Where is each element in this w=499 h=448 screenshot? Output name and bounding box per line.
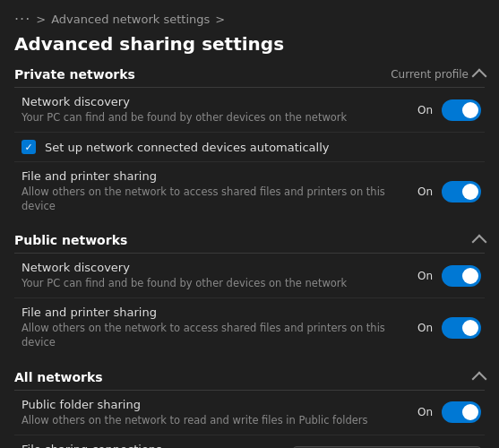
setting-text: Network discovery Your PC can find and b… (22, 95, 403, 125)
toggle-wrapper: On (417, 181, 481, 202)
toggle-label: On (417, 270, 433, 282)
breadcrumb-nav[interactable]: Advanced network settings (51, 13, 210, 26)
toggle-label: On (417, 322, 433, 334)
setting-public-folder: Public folder sharing Allow others on th… (14, 391, 485, 435)
checkbox-label: Set up network connected devices automat… (45, 141, 329, 154)
checkmark-icon: ✓ (24, 142, 32, 152)
section-private-header: Private networks Current profile (14, 58, 485, 88)
public-folder-toggle[interactable] (442, 401, 481, 423)
section-public-right (474, 233, 485, 247)
section-private: Private networks Current profile Network… (14, 58, 485, 220)
toggle-label: On (417, 185, 433, 198)
setting-text: File and printer sharing Allow others on… (22, 169, 403, 213)
setting-file-sharing-connections: File sharing connections Use 128-bit enc… (14, 435, 485, 448)
checkbox-auto-setup: ✓ Set up network connected devices autom… (14, 133, 485, 162)
section-all-header: All networks (14, 361, 485, 391)
network-discovery-private-toggle[interactable] (442, 99, 481, 121)
toggle-thumb (462, 404, 478, 420)
toggle-wrapper: On (417, 401, 481, 423)
setting-desc: Your PC can find and be found by other d… (22, 110, 403, 125)
section-all-right (474, 370, 485, 384)
toggle-wrapper: On (417, 265, 481, 287)
file-printer-private-toggle[interactable] (442, 181, 481, 202)
setting-desc: Your PC can find and be found by other d… (22, 276, 403, 290)
section-public: Public networks Network discovery Your P… (14, 224, 485, 357)
section-private-right: Current profile (391, 67, 485, 82)
toggle-track (442, 99, 481, 121)
toggle-track (442, 181, 481, 202)
network-discovery-public-toggle[interactable] (442, 265, 481, 287)
toggle-thumb (462, 268, 478, 284)
checkbox-input[interactable]: ✓ (22, 140, 36, 154)
setting-network-discovery-public: Network discovery Your PC can find and b… (14, 254, 485, 298)
settings-content: Private networks Current profile Network… (0, 58, 499, 448)
current-profile-label: Current profile (391, 68, 469, 81)
chevron-up-icon[interactable] (472, 235, 487, 250)
dots-icon: ··· (14, 11, 30, 28)
chevron-up-icon[interactable] (472, 371, 487, 386)
setting-text: Public folder sharing Allow others on th… (22, 398, 403, 427)
section-all: All networks Public folder sharing Allow… (14, 361, 485, 448)
setting-file-printer-public: File and printer sharing Allow others on… (14, 298, 485, 357)
setting-text: File sharing connections Use 128-bit enc… (22, 443, 279, 448)
setting-network-discovery-private: Network discovery Your PC can find and b… (14, 88, 485, 133)
breadcrumb-separator-1: > (36, 13, 46, 26)
toggle-thumb (462, 102, 478, 118)
section-private-title: Private networks (14, 67, 135, 82)
section-public-title: Public networks (14, 233, 127, 247)
setting-file-printer-private: File and printer sharing Allow others on… (14, 162, 485, 220)
setting-title: Network discovery (22, 95, 403, 108)
toggle-label: On (417, 406, 433, 418)
setting-text: Network discovery Your PC can find and b… (22, 261, 403, 290)
toggle-wrapper: On (417, 99, 481, 121)
page-title: Advanced sharing settings (14, 33, 284, 55)
chevron-up-icon[interactable] (472, 69, 487, 84)
toggle-track (442, 317, 481, 339)
section-all-title: All networks (14, 370, 103, 384)
toggle-track (442, 265, 481, 287)
setting-title: File sharing connections (22, 443, 279, 448)
setting-desc: Allow others on the network to access sh… (22, 321, 403, 349)
section-public-header: Public networks (14, 224, 485, 254)
setting-desc: Allow others on the network to access sh… (22, 185, 403, 213)
setting-title: Network discovery (22, 261, 403, 274)
toggle-track (442, 401, 481, 423)
toggle-label: On (417, 104, 433, 116)
setting-desc: Allow others on the network to read and … (22, 413, 403, 427)
setting-title: File and printer sharing (22, 169, 403, 183)
setting-title: File and printer sharing (22, 306, 403, 319)
header: ··· > Advanced network settings > Advanc… (0, 0, 499, 58)
toggle-wrapper: On (417, 317, 481, 339)
toggle-thumb (462, 184, 478, 200)
toggle-thumb (462, 320, 478, 336)
file-printer-public-toggle[interactable] (442, 317, 481, 339)
breadcrumb-separator-2: > (215, 13, 225, 26)
setting-text: File and printer sharing Allow others on… (22, 306, 403, 349)
setting-title: Public folder sharing (22, 398, 403, 411)
